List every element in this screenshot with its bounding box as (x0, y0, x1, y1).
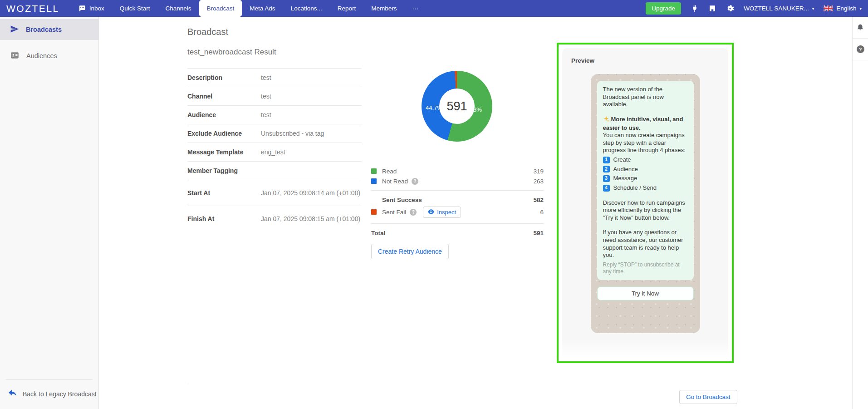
sidebar-item-audiences[interactable]: Audiences (0, 45, 98, 66)
inspect-button[interactable]: Inspect (423, 207, 461, 218)
nav-item-label: Meta Ads (250, 5, 275, 12)
help-icon[interactable]: ? (412, 178, 418, 185)
account-menu[interactable]: WOZTELL SANUKER... ▾ (744, 5, 814, 12)
divider (371, 223, 544, 224)
nav-item-members[interactable]: Members (363, 0, 404, 17)
go-to-broadcast-button[interactable]: Go to Broadcast (679, 390, 737, 404)
legend-label: Not Read (382, 178, 408, 185)
table-row: Channel test (187, 87, 362, 105)
legend-value: 591 (533, 230, 544, 237)
legend-value: 582 (533, 197, 544, 203)
store-icon[interactable] (708, 5, 716, 13)
table-row: Description test (187, 68, 362, 87)
sent-fail-color-swatch (371, 209, 377, 215)
paper-plane-icon (10, 25, 19, 35)
row-value: eng_test (261, 145, 285, 159)
nav-item-report[interactable]: Report (330, 0, 364, 17)
ellipsis-icon: ··· (412, 5, 418, 12)
try-it-now-button[interactable]: Try it Now (597, 286, 694, 301)
legend-value: 6 (540, 209, 544, 216)
nav-item-quick-start[interactable]: Quick Start (112, 0, 158, 17)
nav-item-inbox[interactable]: Inbox (70, 0, 112, 17)
top-navbar: WOZTELL Inbox Quick Start Channels Broad… (0, 0, 868, 17)
help-button[interactable]: ? (853, 39, 868, 60)
divider (371, 190, 544, 191)
nav-more-menu[interactable]: ··· (404, 0, 426, 17)
row-label: Finish At (187, 215, 261, 222)
plug-icon[interactable] (691, 5, 699, 13)
whatsapp-phone-mockup: The new version of the Broadcast panel i… (591, 74, 700, 333)
message-paragraph: The new version of the Broadcast panel i… (603, 86, 688, 108)
message-paragraph: Discover how to run campaigns more effic… (603, 199, 688, 222)
help-icon[interactable]: ? (410, 209, 417, 216)
step-label: Create (613, 156, 631, 164)
nav-item-locations[interactable]: Locations... (283, 0, 330, 17)
row-value: Unsubscribed - via tag (261, 127, 324, 141)
legend-row-not-read: Not Read ? 263 (371, 176, 544, 186)
step-label: Message (613, 175, 638, 182)
chevron-down-icon: ▾ (859, 6, 862, 11)
back-to-legacy-link[interactable]: Back to Legacy Broadcast (0, 380, 98, 409)
broadcast-details-table: Description test Channel test Audience t… (187, 68, 362, 232)
row-label: Start At (187, 189, 261, 197)
inspect-label: Inspect (437, 209, 456, 216)
row-value: Jan 07, 2025 09:08:15 am (+01:00) (261, 212, 360, 226)
app-window: WOZTELL Inbox Quick Start Channels Broad… (0, 0, 868, 409)
table-row: Member Tagging (187, 161, 362, 180)
read-color-swatch (371, 168, 377, 174)
row-label: Member Tagging (187, 167, 261, 174)
donut-chart[interactable]: 44.7% 54.3% 591 (422, 71, 492, 142)
nav-item-label: Locations... (291, 5, 322, 12)
result-summary: Read 319 Not Read ? 263 Sent Success 582… (371, 166, 544, 259)
legend-label: Sent Fail (382, 209, 406, 216)
row-label: Exclude Audience (187, 130, 261, 137)
back-link-label: Back to Legacy Broadcast (23, 390, 97, 398)
bell-icon (856, 23, 864, 33)
sidebar-footer: Back to Legacy Broadcast (0, 379, 98, 409)
legend-row-sent-success: Sent Success 582 (371, 195, 544, 205)
eye-icon (428, 209, 434, 216)
nav-item-broadcast[interactable]: Broadcast (199, 0, 242, 17)
create-retry-audience-button[interactable]: Create Retry Audience (371, 244, 449, 259)
nav-item-label: Members (371, 5, 397, 12)
step-label: Audience (613, 166, 638, 173)
chat-bubble-icon (78, 5, 86, 12)
chart-center-total: 591 (439, 89, 475, 124)
nav-item-meta-ads[interactable]: Meta Ads (242, 0, 283, 17)
phase-step: 4 Schedule / Send (603, 184, 688, 192)
sidebar-item-label: Broadcasts (26, 26, 62, 33)
nav-item-label: Report (338, 5, 356, 12)
nav-item-label: Quick Start (120, 5, 150, 12)
language-menu[interactable]: English ▾ (824, 5, 862, 12)
nav-item-channels[interactable]: Channels (158, 0, 199, 17)
row-value: test (261, 108, 271, 122)
sidebar-item-label: Audiences (26, 52, 57, 59)
preview-title: Preview (571, 57, 719, 64)
sidebar-item-broadcasts[interactable]: Broadcasts (0, 19, 98, 40)
woztell-logo: WOZTELL (6, 3, 59, 14)
result-subtitle: test_newbroadcast Result (187, 48, 276, 57)
nav-item-label: Inbox (89, 5, 104, 12)
table-row: Message Template eng_test (187, 143, 362, 161)
row-label: Message Template (187, 148, 261, 156)
table-row: Audience test (187, 105, 362, 124)
upgrade-button[interactable]: Upgrade (646, 2, 681, 15)
message-paragraph: You can now create campaigns step by ste… (603, 132, 688, 154)
step-number-badge: 4 (603, 185, 610, 192)
account-name: WOZTELL SANUKER... (744, 5, 809, 12)
message-footer: Reply “STOP” to unsubscribe at any time. (603, 261, 688, 275)
step-number-badge: 2 (603, 166, 610, 172)
legend-row-total: Total 591 (371, 228, 544, 238)
nav-right-cluster: Upgrade WOZTELL SANUKER... ▾ English ▾ (646, 2, 868, 15)
sparkle-icon (603, 116, 609, 124)
step-label: Schedule / Send (613, 184, 657, 192)
phase-step: 3 Message (603, 175, 688, 182)
question-mark-icon: ? (857, 45, 864, 53)
legend-value: 263 (533, 178, 544, 185)
right-icon-rail: ? (852, 17, 868, 409)
language-label: English (836, 5, 856, 12)
row-value: test (261, 89, 271, 103)
gear-icon[interactable] (726, 5, 734, 13)
preview-panel: Preview The new version of the Broadcast… (557, 43, 734, 363)
notifications-button[interactable] (853, 17, 868, 39)
